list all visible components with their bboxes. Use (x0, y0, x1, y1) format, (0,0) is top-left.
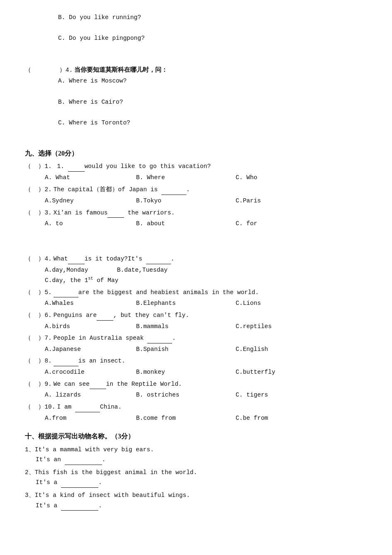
q9-9-paren: （ ）9. (25, 379, 52, 389)
q9-10-paren: （ ）10. (25, 402, 56, 412)
writing-1-line1: 1、It's a mammal with very big ears. (25, 445, 367, 455)
q9-3-paren: （ ）3. (25, 208, 52, 218)
q4-space (35, 65, 49, 75)
section-ten-title: 十、根据提示写出动物名称。（3分） (25, 431, 367, 442)
q9-7-row: （ ）7. People in Australia speak . (25, 333, 367, 343)
q9-10-opt-a: A.from (45, 413, 136, 424)
q9-7-block: （ ）7. People in Australia speak . A.Japa… (25, 333, 367, 354)
q9-3-text: Xi'an is famous the warriors. (54, 208, 175, 218)
q9-5-text: are the biggest and heabiest animals in … (54, 287, 259, 298)
q9-4-row: （ ）4. Whatis it today?It's . (25, 254, 367, 264)
q9-9-text: We can seein the Reptile World. (54, 379, 182, 389)
q9-4-block: （ ）4. Whatis it today?It's . A.day,Monda… (25, 254, 367, 286)
q9-7-paren: （ ）7. (25, 333, 52, 343)
q9-5-opt-c: C.Lions (236, 298, 261, 309)
q9-10-opt-b: B.come from (136, 413, 236, 424)
q9-9-opt-b: B. ostriches (136, 390, 236, 400)
q4-close-paren: ）4. (59, 65, 73, 75)
q9-1-row: （ ）1. 1. would you like to go this vacat… (25, 161, 367, 172)
q9-1-block: （ ）1. 1. would you like to go this vacat… (25, 161, 367, 183)
q9-6-opt-b: B.mammals (136, 321, 236, 332)
q9-3-row: （ ）3. Xi'an is famous the warriors. (25, 208, 367, 218)
writing-3-line1: 3、It's a kind of insect with beautiful w… (25, 490, 367, 501)
q4-chinese-text: 当你要知道莫斯科在哪儿时，问： (74, 65, 168, 75)
q9-5-opts: A.Whales B.Elephants C.Lions (45, 298, 367, 309)
q9-1-opt-a: A. What (45, 173, 136, 183)
q9-10-text: I am China. (57, 402, 122, 412)
q9-8-row: （ ）8. is an insect. (25, 356, 367, 366)
q9-6-opt-c: C.reptiles (236, 321, 272, 332)
writing-2-line2: It's a . (25, 477, 367, 488)
q9-8-opt-a: A.crocodile (45, 367, 136, 377)
q9-10-block: （ ）10. I am China. A.from B.come from C.… (25, 402, 367, 423)
q9-3-block: （ ）3. Xi'an is famous the warriors. A. t… (25, 208, 367, 229)
q9-8-opt-b: B.monkey (136, 367, 236, 377)
writing-2: 2、This fish is the biggest animal in the… (25, 467, 367, 488)
writing-3: 3、It's a kind of insect with beautiful w… (25, 490, 367, 511)
q9-4-opts-line1: A.day,Monday B.date,Tuesday (45, 265, 367, 275)
q9-9-row: （ ）9. We can seein the Reptile World. (25, 379, 367, 389)
q9-4-text: Whatis it today?It's . (54, 254, 174, 264)
q9-6-opts: A.birds B.mammals C.reptiles (45, 321, 367, 332)
section-ten: 十、根据提示写出动物名称。（3分） 1、It's a mammal with v… (25, 431, 367, 511)
q4-opt-b: B. Where is Cairo? (58, 97, 367, 107)
q9-7-opt-a: A.Japanese (45, 344, 136, 355)
q9-4-opts-line2: C.day, the 1st of May (45, 275, 367, 285)
q9-6-block: （ ）6. Penguins are, but they can't fly. … (25, 310, 367, 331)
q9-8-paren: （ ）8. (25, 356, 52, 366)
q9-7-opt-b: B.Spanish (136, 344, 236, 355)
q9-8-block: （ ）8. is an insect. A.crocodile B.monkey… (25, 356, 367, 377)
q9-4-paren: （ ）4. (25, 254, 52, 264)
q9-8-text: is an insect. (54, 356, 125, 366)
q9-5-paren: （ ）5. (25, 287, 52, 298)
q9-3-opt-a: A. to (45, 219, 136, 229)
q9-1-opt-c: C. Who (236, 173, 257, 183)
q9-5-opt-b: B.Elephants (136, 298, 236, 309)
q9-1-paren: （ ）1. (25, 161, 56, 172)
option-b-running: B. Do you like running? (58, 12, 367, 23)
q9-3-opt-c: C. for (236, 219, 257, 229)
q9-2-block: （ ）2. The capital（首都）of Japan is . A.Syd… (25, 184, 367, 206)
q9-10-opt-c: C.be from (236, 413, 268, 424)
q9-8-opt-c: C.butterfly (236, 367, 275, 377)
q9-6-opt-a: A.birds (45, 321, 136, 332)
q9-1-opt-b: B. Where (136, 173, 236, 183)
writing-1-line2: It's an . (25, 455, 367, 465)
q9-7-opt-c: C.English (236, 344, 268, 355)
q9-5-block: （ ）5. are the biggest and heabiest anima… (25, 287, 367, 309)
q9-3-opts: A. to B. about C. for (45, 219, 367, 229)
q9-8-opts: A.crocodile B.monkey C.butterfly (45, 367, 367, 377)
q4-opt-a: A. Where is Moscow? (58, 76, 367, 86)
q9-5-row: （ ）5. are the biggest and heabiest anima… (25, 287, 367, 298)
q9-2-opt-a: A.Sydney (45, 196, 136, 206)
q9-6-paren: （ ）6. (25, 310, 52, 321)
q9-9-opt-c: C. tigers (236, 390, 268, 400)
q9-6-row: （ ）6. Penguins are, but they can't fly. (25, 310, 367, 321)
q9-2-text: The capital（首都）of Japan is . (54, 184, 190, 195)
section-nine: 九、选择（20分） （ ）1. 1. would you like to go … (25, 148, 367, 423)
q9-5-opt-a: A.Whales (45, 298, 136, 309)
q9-9-opts: A. lizards B. ostriches C. tigers (45, 390, 367, 400)
q9-7-text: People in Australia speak . (54, 333, 176, 343)
q4-paren: （ (25, 65, 33, 75)
q9-9-block: （ ）9. We can seein the Reptile World. A.… (25, 379, 367, 400)
option-c-pingpong: C. Do you like pingpong? (58, 33, 367, 44)
q9-3-opt-b: B. about (136, 219, 236, 229)
q9-9-opt-a: A. lizards (45, 390, 136, 400)
q9-2-opt-c: C.Paris (236, 196, 261, 206)
q9-2-row: （ ）2. The capital（首都）of Japan is . (25, 184, 367, 195)
section-nine-title: 九、选择（20分） (25, 148, 367, 159)
q4-opt-c: C. Where is Toronto? (58, 118, 367, 128)
q9-2-opts: A.Sydney B.Tokyo C.Paris (45, 196, 367, 206)
q9-6-text: Penguins are, but they can't fly. (54, 310, 189, 321)
writing-1: 1、It's a mammal with very big ears. It's… (25, 445, 367, 465)
q9-10-row: （ ）10. I am China. (25, 402, 367, 412)
q4-block: （ ）4. 当你要知道莫斯科在哪儿时，问： A. Where is Moscow… (25, 65, 367, 128)
writing-3-line2: It's a . (25, 501, 367, 511)
q9-2-paren: （ ）2. (25, 185, 52, 195)
q9-1-text: 1. would you like to go this vacation? (57, 161, 211, 172)
q9-7-opts: A.Japanese B.Spanish C.English (45, 344, 367, 355)
writing-2-line1: 2、This fish is the biggest animal in the… (25, 467, 367, 478)
q9-10-opts: A.from B.come from C.be from (45, 413, 367, 424)
q9-2-opt-b: B.Tokyo (136, 196, 236, 206)
